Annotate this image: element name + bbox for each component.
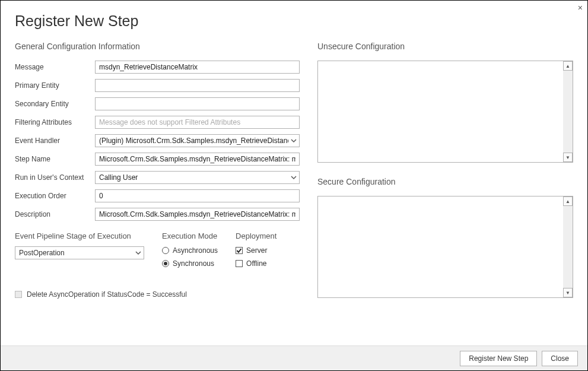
pipeline-stage-column: Event Pipeline Stage of Execution PostOp…: [15, 232, 144, 272]
deployment-heading: Deployment: [236, 232, 276, 240]
step-name-input[interactable]: [95, 153, 300, 166]
scroll-down-icon[interactable]: ▼: [563, 153, 573, 162]
run-context-select[interactable]: Calling User: [95, 171, 300, 184]
right-column: Unsecure Configuration ▲ ▼ Secure Config…: [317, 42, 573, 312]
checkbox-disabled-icon: [15, 291, 22, 298]
event-handler-select[interactable]: (Plugin) Microsoft.Crm.Sdk.Samples.msdyn…: [95, 134, 300, 147]
run-context-value: Calling User: [99, 173, 138, 182]
server-check-row[interactable]: Server: [236, 246, 276, 255]
sync-radio-label: Synchronous: [173, 259, 214, 268]
message-label: Message: [15, 63, 95, 71]
unsecure-heading: Unsecure Configuration: [317, 42, 573, 51]
scroll-up-icon[interactable]: ▲: [563, 196, 573, 206]
primary-entity-input[interactable]: [95, 79, 300, 92]
execution-mode-column: Execution Mode Asynchronous Synchronous: [162, 232, 218, 272]
execution-mode-heading: Execution Mode: [162, 232, 218, 240]
message-input[interactable]: [95, 61, 300, 74]
step-name-label: Step Name: [15, 155, 95, 163]
run-context-label: Run in User's Context: [15, 173, 95, 182]
server-check-label: Server: [246, 246, 267, 255]
secondary-entity-label: Secondary Entity: [15, 100, 95, 108]
event-handler-label: Event Handler: [15, 137, 95, 145]
scroll-down-icon[interactable]: ▼: [563, 288, 573, 297]
pipeline-heading: Event Pipeline Stage of Execution: [15, 232, 144, 240]
unsecure-config-textarea[interactable]: ▲ ▼: [317, 61, 573, 163]
close-icon[interactable]: ×: [578, 3, 583, 12]
dialog-body: Register New Step General Configuration …: [1, 1, 587, 312]
chevron-down-icon: [291, 138, 297, 144]
secondary-entity-input[interactable]: [95, 97, 300, 110]
general-heading: General Configuration Information: [15, 42, 300, 51]
execution-order-label: Execution Order: [15, 192, 95, 200]
sync-radio-row[interactable]: Synchronous: [162, 259, 218, 268]
execution-order-input[interactable]: [95, 189, 300, 202]
radio-icon: [162, 247, 169, 254]
scrollbar[interactable]: ▲ ▼: [563, 61, 573, 162]
checkbox-checked-icon: [236, 247, 243, 254]
secure-config-textarea[interactable]: ▲ ▼: [317, 196, 573, 298]
async-radio-label: Asynchronous: [173, 246, 218, 255]
checkbox-icon: [236, 260, 243, 267]
event-handler-value: (Plugin) Microsoft.Crm.Sdk.Samples.msdyn…: [99, 137, 288, 145]
description-input[interactable]: [95, 208, 300, 221]
offline-check-label: Offline: [246, 259, 266, 268]
left-column: General Configuration Information Messag…: [15, 42, 300, 312]
deployment-column: Deployment Server Offline: [236, 232, 276, 272]
scroll-up-icon[interactable]: ▲: [563, 61, 573, 71]
delete-async-label: Delete AsyncOperation if StatusCode = Su…: [27, 290, 187, 299]
page-title: Register New Step: [15, 12, 573, 30]
async-radio-row[interactable]: Asynchronous: [162, 246, 218, 255]
chevron-down-icon: [135, 250, 141, 256]
chevron-down-icon: [291, 175, 297, 180]
pipeline-stage-value: PostOperation: [19, 249, 65, 257]
scrollbar[interactable]: ▲ ▼: [563, 196, 573, 297]
pipeline-stage-select[interactable]: PostOperation: [15, 246, 144, 259]
secure-heading: Secure Configuration: [317, 177, 573, 186]
filtering-attributes-input[interactable]: [95, 116, 300, 129]
close-button[interactable]: Close: [542, 351, 578, 366]
filtering-attributes-label: Filtering Attributes: [15, 118, 95, 126]
description-label: Description: [15, 210, 95, 218]
primary-entity-label: Primary Entity: [15, 81, 95, 90]
delete-async-row[interactable]: Delete AsyncOperation if StatusCode = Su…: [15, 290, 300, 299]
register-button[interactable]: Register New Step: [460, 351, 537, 366]
radio-checked-icon: [162, 260, 169, 267]
footer: Register New Step Close: [1, 345, 587, 370]
offline-check-row[interactable]: Offline: [236, 259, 276, 268]
